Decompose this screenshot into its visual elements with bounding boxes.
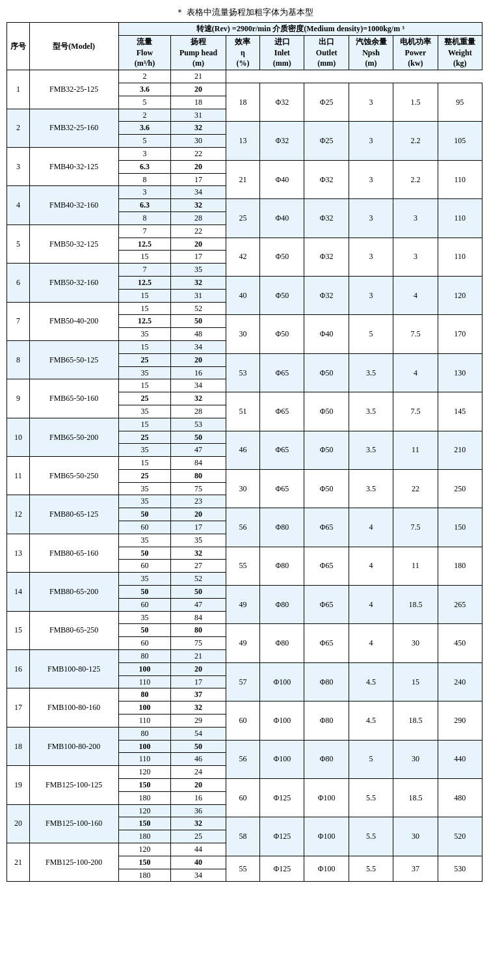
cell-no: 7 <box>7 302 30 340</box>
cell-power: 18.5 <box>393 586 438 624</box>
cell-head: 35 <box>171 264 226 277</box>
cell-npsh: 5.5 <box>349 817 393 856</box>
cell-head: 16 <box>171 366 226 379</box>
cell-weight: 110 <box>438 160 482 198</box>
cell-model: FMB80-65-125 <box>29 495 118 534</box>
cell-outlet: Φ32 <box>304 199 349 238</box>
cell-flow: 8 <box>118 211 171 225</box>
cell-head: 31 <box>171 109 226 122</box>
cell-outlet: Φ32 <box>304 238 349 276</box>
cell-weight: 480 <box>438 779 482 817</box>
cell-power: 2.2 <box>393 160 438 198</box>
cell-weight: 130 <box>438 353 482 392</box>
cell-no: 6 <box>7 264 30 302</box>
cell-head: 20 <box>171 508 226 521</box>
cell-head: 46 <box>171 753 226 766</box>
cell-npsh: 4.5 <box>349 662 393 701</box>
cell-flow: 120 <box>118 843 171 856</box>
cell-flow: 35 <box>118 611 171 624</box>
cell-weight: 520 <box>438 817 482 856</box>
cell-flow: 50 <box>118 547 171 560</box>
cell-head: 28 <box>171 405 226 418</box>
cell-flow: 120 <box>118 804 171 817</box>
cell-power: 3 <box>393 238 438 276</box>
cell-outlet: Φ50 <box>304 431 349 469</box>
cell-no: 18 <box>7 727 30 765</box>
header-npsh: 汽蚀余量 Npsh (m) <box>349 35 393 70</box>
cell-flow: 3 <box>118 147 171 160</box>
header-subtitle: 转速(Rev) =2900r/min 介质密度(Medium density)=… <box>118 23 482 36</box>
cell-head: 47 <box>171 598 226 611</box>
cell-power: 30 <box>393 740 438 778</box>
cell-flow: 2 <box>118 109 171 122</box>
cell-head: 52 <box>171 302 226 315</box>
cell-flow: 15 <box>118 418 171 431</box>
cell-head: 23 <box>171 495 226 508</box>
cell-weight: 95 <box>438 83 482 121</box>
pump-table: 序号 型号(Model) 转速(Rev) =2900r/min 介质密度(Med… <box>7 22 482 882</box>
cell-flow: 35 <box>118 405 171 418</box>
cell-head: 22 <box>171 147 226 160</box>
cell-npsh: 3.5 <box>349 392 393 431</box>
cell-eff: 55 <box>226 856 259 882</box>
cell-outlet: Φ65 <box>304 547 349 585</box>
cell-head: 34 <box>171 379 226 392</box>
cell-head: 16 <box>171 791 226 804</box>
cell-weight: 250 <box>438 469 482 508</box>
cell-power: 4 <box>393 353 438 392</box>
cell-head: 29 <box>171 715 226 728</box>
cell-head: 32 <box>171 817 226 830</box>
cell-no: 3 <box>7 147 30 185</box>
cell-head: 32 <box>171 122 226 135</box>
cell-flow: 35 <box>118 366 171 379</box>
cell-model: FMB125-100-160 <box>29 804 118 843</box>
cell-inlet: Φ65 <box>260 392 304 431</box>
cell-model: FMB50-40-200 <box>29 302 118 340</box>
cell-head: 54 <box>171 727 226 740</box>
cell-outlet: Φ80 <box>304 662 349 701</box>
cell-flow: 80 <box>118 688 171 701</box>
cell-flow: 15 <box>118 379 171 392</box>
cell-flow: 60 <box>118 560 171 573</box>
cell-flow: 15 <box>118 340 171 353</box>
cell-flow: 35 <box>118 328 171 341</box>
cell-head: 17 <box>171 675 226 688</box>
page-title: ＊ 表格中流量扬程加粗字体为基本型 <box>7 7 482 18</box>
cell-npsh: 5 <box>349 315 393 353</box>
cell-eff: 30 <box>226 469 259 508</box>
cell-weight: 440 <box>438 740 482 778</box>
cell-model: FMB65-50-250 <box>29 457 118 495</box>
cell-weight: 530 <box>438 856 482 882</box>
cell-eff: 21 <box>226 160 259 198</box>
cell-head: 22 <box>171 225 226 238</box>
cell-eff: 51 <box>226 392 259 431</box>
cell-power: 18.5 <box>393 779 438 817</box>
cell-flow: 25 <box>118 392 171 405</box>
cell-flow: 180 <box>118 869 171 882</box>
cell-flow: 5 <box>118 135 171 148</box>
cell-head: 31 <box>171 289 226 302</box>
cell-no: 10 <box>7 418 30 456</box>
header-head: 扬程 Pump head (m) <box>171 35 226 70</box>
cell-model: FMB100-80-160 <box>29 688 118 727</box>
cell-no: 5 <box>7 225 30 263</box>
cell-head: 25 <box>171 830 226 843</box>
cell-inlet: Φ50 <box>260 276 304 314</box>
cell-flow: 25 <box>118 469 171 482</box>
cell-npsh: 5.5 <box>349 779 393 817</box>
cell-flow: 35 <box>118 482 171 495</box>
cell-no: 9 <box>7 379 30 418</box>
cell-flow: 80 <box>118 650 171 663</box>
cell-power: 22 <box>393 469 438 508</box>
cell-head: 27 <box>171 560 226 573</box>
header-outlet: 出口 Outlet (mm) <box>304 35 349 70</box>
cell-head: 24 <box>171 766 226 779</box>
cell-flow: 80 <box>118 727 171 740</box>
cell-head: 40 <box>171 856 226 869</box>
cell-no: 20 <box>7 804 30 843</box>
cell-flow: 25 <box>118 431 171 444</box>
cell-flow: 100 <box>118 662 171 675</box>
cell-weight: 105 <box>438 122 482 160</box>
cell-outlet: Φ65 <box>304 586 349 624</box>
cell-inlet: Φ100 <box>260 740 304 778</box>
